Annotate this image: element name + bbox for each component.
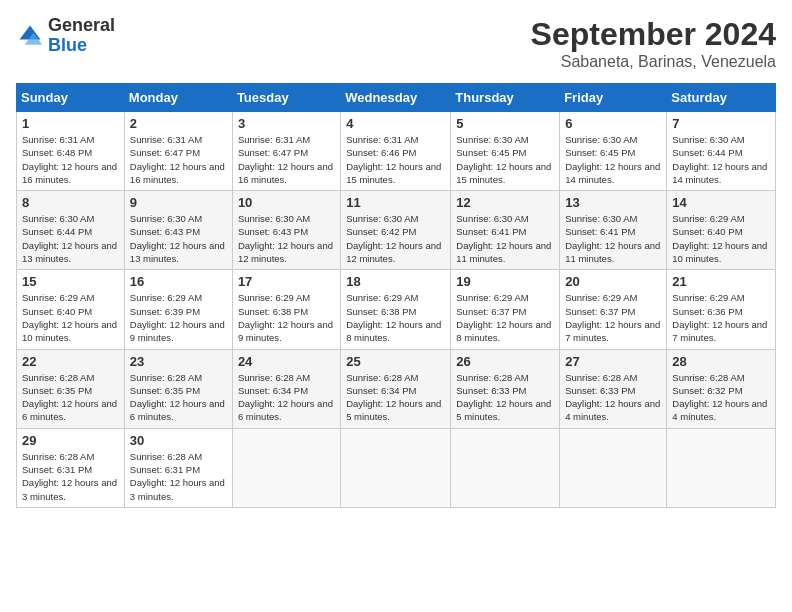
calendar-cell: 7Sunrise: 6:30 AMSunset: 6:44 PMDaylight… xyxy=(667,112,776,191)
calendar-cell: 13Sunrise: 6:30 AMSunset: 6:41 PMDayligh… xyxy=(560,191,667,270)
day-info: Sunrise: 6:28 AMSunset: 6:35 PMDaylight:… xyxy=(130,371,227,424)
day-info: Sunrise: 6:31 AMSunset: 6:48 PMDaylight:… xyxy=(22,133,119,186)
calendar-cell: 18Sunrise: 6:29 AMSunset: 6:38 PMDayligh… xyxy=(341,270,451,349)
day-info: Sunrise: 6:31 AMSunset: 6:47 PMDaylight:… xyxy=(130,133,227,186)
day-number: 16 xyxy=(130,274,227,289)
title-block: September 2024 Sabaneta, Barinas, Venezu… xyxy=(531,16,776,71)
weekday-header: Wednesday xyxy=(341,84,451,112)
day-number: 5 xyxy=(456,116,554,131)
day-info: Sunrise: 6:30 AMSunset: 6:44 PMDaylight:… xyxy=(22,212,119,265)
day-number: 29 xyxy=(22,433,119,448)
day-info: Sunrise: 6:28 AMSunset: 6:34 PMDaylight:… xyxy=(346,371,445,424)
day-number: 21 xyxy=(672,274,770,289)
weekday-header: Saturday xyxy=(667,84,776,112)
day-info: Sunrise: 6:30 AMSunset: 6:43 PMDaylight:… xyxy=(238,212,335,265)
calendar-cell: 5Sunrise: 6:30 AMSunset: 6:45 PMDaylight… xyxy=(451,112,560,191)
calendar-cell: 3Sunrise: 6:31 AMSunset: 6:47 PMDaylight… xyxy=(232,112,340,191)
calendar-cell: 11Sunrise: 6:30 AMSunset: 6:42 PMDayligh… xyxy=(341,191,451,270)
logo: General Blue xyxy=(16,16,115,56)
day-number: 22 xyxy=(22,354,119,369)
calendar-cell: 27Sunrise: 6:28 AMSunset: 6:33 PMDayligh… xyxy=(560,349,667,428)
day-info: Sunrise: 6:29 AMSunset: 6:40 PMDaylight:… xyxy=(22,291,119,344)
day-info: Sunrise: 6:28 AMSunset: 6:31 PMDaylight:… xyxy=(130,450,227,503)
calendar-cell: 21Sunrise: 6:29 AMSunset: 6:36 PMDayligh… xyxy=(667,270,776,349)
day-info: Sunrise: 6:30 AMSunset: 6:41 PMDaylight:… xyxy=(456,212,554,265)
day-info: Sunrise: 6:28 AMSunset: 6:34 PMDaylight:… xyxy=(238,371,335,424)
calendar-cell: 16Sunrise: 6:29 AMSunset: 6:39 PMDayligh… xyxy=(124,270,232,349)
day-number: 23 xyxy=(130,354,227,369)
day-info: Sunrise: 6:30 AMSunset: 6:42 PMDaylight:… xyxy=(346,212,445,265)
calendar-cell: 10Sunrise: 6:30 AMSunset: 6:43 PMDayligh… xyxy=(232,191,340,270)
calendar-cell: 30Sunrise: 6:28 AMSunset: 6:31 PMDayligh… xyxy=(124,428,232,507)
calendar-cell: 6Sunrise: 6:30 AMSunset: 6:45 PMDaylight… xyxy=(560,112,667,191)
day-number: 18 xyxy=(346,274,445,289)
day-info: Sunrise: 6:28 AMSunset: 6:31 PMDaylight:… xyxy=(22,450,119,503)
calendar-cell: 2Sunrise: 6:31 AMSunset: 6:47 PMDaylight… xyxy=(124,112,232,191)
weekday-header: Tuesday xyxy=(232,84,340,112)
day-number: 6 xyxy=(565,116,661,131)
day-number: 8 xyxy=(22,195,119,210)
calendar-cell xyxy=(341,428,451,507)
calendar-cell: 9Sunrise: 6:30 AMSunset: 6:43 PMDaylight… xyxy=(124,191,232,270)
calendar-cell: 22Sunrise: 6:28 AMSunset: 6:35 PMDayligh… xyxy=(17,349,125,428)
calendar-cell: 15Sunrise: 6:29 AMSunset: 6:40 PMDayligh… xyxy=(17,270,125,349)
calendar-week-row: 1Sunrise: 6:31 AMSunset: 6:48 PMDaylight… xyxy=(17,112,776,191)
weekday-header: Monday xyxy=(124,84,232,112)
calendar-week-row: 22Sunrise: 6:28 AMSunset: 6:35 PMDayligh… xyxy=(17,349,776,428)
calendar-cell: 29Sunrise: 6:28 AMSunset: 6:31 PMDayligh… xyxy=(17,428,125,507)
logo-icon xyxy=(16,22,44,50)
day-info: Sunrise: 6:29 AMSunset: 6:40 PMDaylight:… xyxy=(672,212,770,265)
calendar-cell: 4Sunrise: 6:31 AMSunset: 6:46 PMDaylight… xyxy=(341,112,451,191)
calendar-cell: 14Sunrise: 6:29 AMSunset: 6:40 PMDayligh… xyxy=(667,191,776,270)
day-info: Sunrise: 6:28 AMSunset: 6:33 PMDaylight:… xyxy=(565,371,661,424)
day-number: 25 xyxy=(346,354,445,369)
day-number: 1 xyxy=(22,116,119,131)
day-number: 17 xyxy=(238,274,335,289)
day-number: 24 xyxy=(238,354,335,369)
day-info: Sunrise: 6:28 AMSunset: 6:33 PMDaylight:… xyxy=(456,371,554,424)
calendar-week-row: 29Sunrise: 6:28 AMSunset: 6:31 PMDayligh… xyxy=(17,428,776,507)
calendar-cell: 20Sunrise: 6:29 AMSunset: 6:37 PMDayligh… xyxy=(560,270,667,349)
day-info: Sunrise: 6:30 AMSunset: 6:44 PMDaylight:… xyxy=(672,133,770,186)
day-info: Sunrise: 6:30 AMSunset: 6:45 PMDaylight:… xyxy=(456,133,554,186)
day-number: 4 xyxy=(346,116,445,131)
day-number: 26 xyxy=(456,354,554,369)
day-number: 9 xyxy=(130,195,227,210)
day-number: 27 xyxy=(565,354,661,369)
weekday-header: Sunday xyxy=(17,84,125,112)
calendar-cell xyxy=(560,428,667,507)
day-info: Sunrise: 6:29 AMSunset: 6:37 PMDaylight:… xyxy=(456,291,554,344)
location: Sabaneta, Barinas, Venezuela xyxy=(531,53,776,71)
calendar-cell xyxy=(451,428,560,507)
day-number: 2 xyxy=(130,116,227,131)
calendar-cell xyxy=(667,428,776,507)
calendar-cell: 24Sunrise: 6:28 AMSunset: 6:34 PMDayligh… xyxy=(232,349,340,428)
day-info: Sunrise: 6:28 AMSunset: 6:35 PMDaylight:… xyxy=(22,371,119,424)
weekday-header: Thursday xyxy=(451,84,560,112)
calendar-cell: 17Sunrise: 6:29 AMSunset: 6:38 PMDayligh… xyxy=(232,270,340,349)
weekday-header: Friday xyxy=(560,84,667,112)
day-info: Sunrise: 6:29 AMSunset: 6:39 PMDaylight:… xyxy=(130,291,227,344)
day-number: 20 xyxy=(565,274,661,289)
day-info: Sunrise: 6:29 AMSunset: 6:38 PMDaylight:… xyxy=(238,291,335,344)
calendar-cell: 23Sunrise: 6:28 AMSunset: 6:35 PMDayligh… xyxy=(124,349,232,428)
month-year: September 2024 xyxy=(531,16,776,53)
day-number: 11 xyxy=(346,195,445,210)
day-number: 14 xyxy=(672,195,770,210)
calendar: SundayMondayTuesdayWednesdayThursdayFrid… xyxy=(16,83,776,508)
page-header: General Blue September 2024 Sabaneta, Ba… xyxy=(16,16,776,71)
calendar-cell: 12Sunrise: 6:30 AMSunset: 6:41 PMDayligh… xyxy=(451,191,560,270)
day-info: Sunrise: 6:29 AMSunset: 6:36 PMDaylight:… xyxy=(672,291,770,344)
day-info: Sunrise: 6:30 AMSunset: 6:45 PMDaylight:… xyxy=(565,133,661,186)
day-number: 19 xyxy=(456,274,554,289)
calendar-cell: 8Sunrise: 6:30 AMSunset: 6:44 PMDaylight… xyxy=(17,191,125,270)
day-number: 10 xyxy=(238,195,335,210)
day-number: 12 xyxy=(456,195,554,210)
day-info: Sunrise: 6:28 AMSunset: 6:32 PMDaylight:… xyxy=(672,371,770,424)
day-number: 13 xyxy=(565,195,661,210)
calendar-cell: 19Sunrise: 6:29 AMSunset: 6:37 PMDayligh… xyxy=(451,270,560,349)
day-number: 28 xyxy=(672,354,770,369)
day-info: Sunrise: 6:31 AMSunset: 6:46 PMDaylight:… xyxy=(346,133,445,186)
calendar-cell: 1Sunrise: 6:31 AMSunset: 6:48 PMDaylight… xyxy=(17,112,125,191)
day-info: Sunrise: 6:29 AMSunset: 6:37 PMDaylight:… xyxy=(565,291,661,344)
